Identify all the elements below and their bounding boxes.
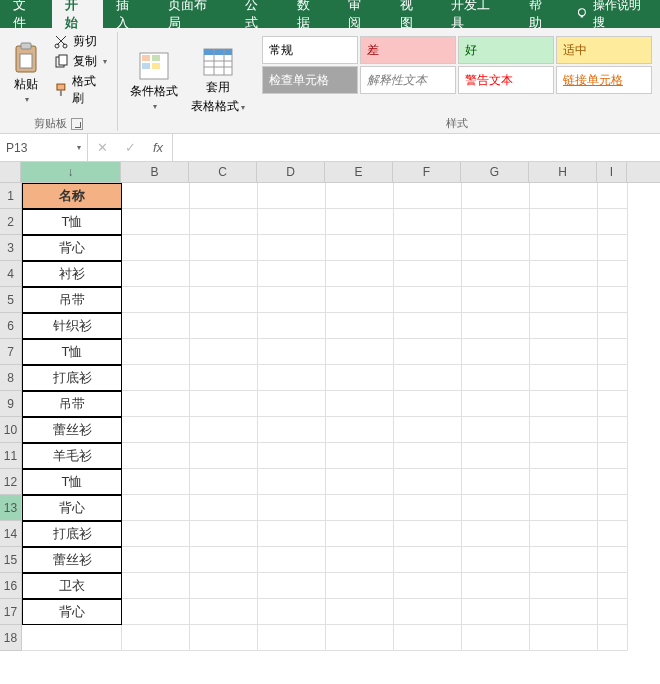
cell-A11[interactable]: 羊毛衫 — [22, 443, 122, 469]
cell-F4[interactable] — [394, 261, 462, 287]
cell-G6[interactable] — [462, 313, 530, 339]
accept-edit-button[interactable]: ✓ — [116, 140, 144, 155]
cell-H1[interactable] — [530, 183, 598, 209]
cell-C12[interactable] — [190, 469, 258, 495]
cell-E1[interactable] — [326, 183, 394, 209]
cell-I7[interactable] — [598, 339, 628, 365]
row-header-4[interactable]: 4 — [0, 261, 21, 287]
row-header-2[interactable]: 2 — [0, 209, 21, 235]
cell-B15[interactable] — [122, 547, 190, 573]
cell-B2[interactable] — [122, 209, 190, 235]
cell-H6[interactable] — [530, 313, 598, 339]
tell-me-search[interactable]: 操作说明搜 — [567, 0, 660, 28]
cell-E17[interactable] — [326, 599, 394, 625]
cell-D3[interactable] — [258, 235, 326, 261]
row-header-16[interactable]: 16 — [0, 573, 21, 599]
cell-A5[interactable]: 吊带 — [22, 287, 122, 313]
cell-H18[interactable] — [530, 625, 598, 651]
cell-E2[interactable] — [326, 209, 394, 235]
cell-E3[interactable] — [326, 235, 394, 261]
row-header-6[interactable]: 6 — [0, 313, 21, 339]
cell-E4[interactable] — [326, 261, 394, 287]
col-header-D[interactable]: D — [257, 162, 325, 182]
cell-D9[interactable] — [258, 391, 326, 417]
style-good[interactable]: 好 — [458, 36, 554, 64]
cell-G17[interactable] — [462, 599, 530, 625]
cell-I10[interactable] — [598, 417, 628, 443]
cell-F17[interactable] — [394, 599, 462, 625]
cell-D6[interactable] — [258, 313, 326, 339]
cell-C5[interactable] — [190, 287, 258, 313]
cell-G10[interactable] — [462, 417, 530, 443]
tab-dev-tools[interactable]: 开发工具 — [438, 0, 515, 28]
cell-C7[interactable] — [190, 339, 258, 365]
cell-C4[interactable] — [190, 261, 258, 287]
cell-A17[interactable]: 背心 — [22, 599, 122, 625]
style-explanation[interactable]: 解释性文本 — [360, 66, 456, 94]
tab-file[interactable]: 文件 — [0, 0, 52, 28]
cell-H12[interactable] — [530, 469, 598, 495]
tab-formulas[interactable]: 公式 — [232, 0, 284, 28]
row-header-11[interactable]: 11 — [0, 443, 21, 469]
cell-C13[interactable] — [190, 495, 258, 521]
cell-D4[interactable] — [258, 261, 326, 287]
cell-D2[interactable] — [258, 209, 326, 235]
cells-area[interactable]: 名称T恤背心衬衫吊带针织衫T恤打底衫吊带蕾丝衫羊毛衫T恤背心打底衫蕾丝衫卫衣背心 — [22, 183, 628, 651]
cell-B9[interactable] — [122, 391, 190, 417]
cell-G5[interactable] — [462, 287, 530, 313]
cell-I9[interactable] — [598, 391, 628, 417]
cell-G14[interactable] — [462, 521, 530, 547]
cell-C9[interactable] — [190, 391, 258, 417]
cell-E8[interactable] — [326, 365, 394, 391]
cell-B18[interactable] — [122, 625, 190, 651]
row-header-12[interactable]: 12 — [0, 469, 21, 495]
row-header-1[interactable]: 1 — [0, 183, 21, 209]
row-header-14[interactable]: 14 — [0, 521, 21, 547]
cell-A15[interactable]: 蕾丝衫 — [22, 547, 122, 573]
cell-H11[interactable] — [530, 443, 598, 469]
cell-D13[interactable] — [258, 495, 326, 521]
cell-G13[interactable] — [462, 495, 530, 521]
cell-H10[interactable] — [530, 417, 598, 443]
cell-B11[interactable] — [122, 443, 190, 469]
cell-C17[interactable] — [190, 599, 258, 625]
cell-G16[interactable] — [462, 573, 530, 599]
tab-home[interactable]: 开始 — [52, 0, 104, 28]
cell-I5[interactable] — [598, 287, 628, 313]
cell-I14[interactable] — [598, 521, 628, 547]
cell-E14[interactable] — [326, 521, 394, 547]
tab-help[interactable]: 帮助 — [516, 0, 568, 28]
cell-D10[interactable] — [258, 417, 326, 443]
cancel-edit-button[interactable]: ✕ — [88, 140, 116, 155]
row-header-13[interactable]: 13 — [0, 495, 21, 521]
cell-H15[interactable] — [530, 547, 598, 573]
cell-F15[interactable] — [394, 547, 462, 573]
cell-A9[interactable]: 吊带 — [22, 391, 122, 417]
cell-C16[interactable] — [190, 573, 258, 599]
col-header-C[interactable]: C — [189, 162, 257, 182]
cell-A3[interactable]: 背心 — [22, 235, 122, 261]
cell-F1[interactable] — [394, 183, 462, 209]
cell-I12[interactable] — [598, 469, 628, 495]
conditional-format-button[interactable]: 条件格式 ▾ — [124, 32, 184, 129]
cell-D1[interactable] — [258, 183, 326, 209]
cell-I13[interactable] — [598, 495, 628, 521]
cell-F3[interactable] — [394, 235, 462, 261]
cell-I4[interactable] — [598, 261, 628, 287]
cell-E9[interactable] — [326, 391, 394, 417]
cell-B14[interactable] — [122, 521, 190, 547]
cell-E11[interactable] — [326, 443, 394, 469]
cell-E6[interactable] — [326, 313, 394, 339]
cell-G9[interactable] — [462, 391, 530, 417]
cell-A4[interactable]: 衬衫 — [22, 261, 122, 287]
cell-A13[interactable]: 背心 — [22, 495, 122, 521]
row-header-7[interactable]: 7 — [0, 339, 21, 365]
cell-F13[interactable] — [394, 495, 462, 521]
cell-G2[interactable] — [462, 209, 530, 235]
cell-A1[interactable]: 名称 — [22, 183, 122, 209]
cell-C6[interactable] — [190, 313, 258, 339]
cell-D11[interactable] — [258, 443, 326, 469]
cell-C18[interactable] — [190, 625, 258, 651]
row-header-10[interactable]: 10 — [0, 417, 21, 443]
cell-E16[interactable] — [326, 573, 394, 599]
